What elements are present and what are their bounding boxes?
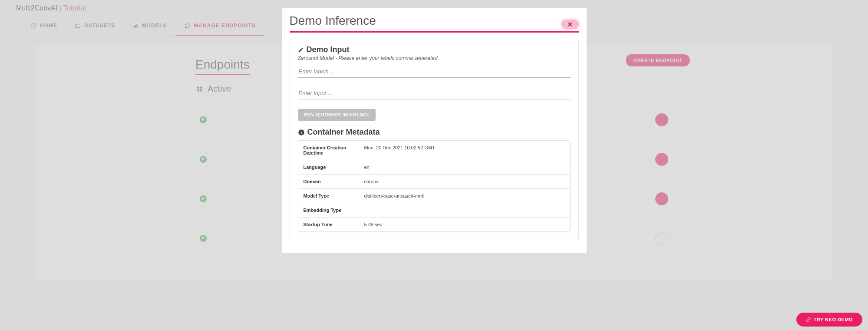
modal-title: Demo Inference [290,14,579,33]
table-row: Languageen [298,160,570,175]
labels-input[interactable] [298,66,571,78]
metadata-table: Container Creation DatetimeMon, 20 Dec 2… [298,140,571,232]
run-inference-button[interactable]: RUN ZEROSHOT INFERENCE [298,109,376,121]
svg-point-14 [301,130,302,131]
info-icon [298,129,305,136]
link-icon [806,317,811,322]
try-neo-demo-button[interactable]: TRY NEO DEMO [796,313,862,327]
modal-inner-card: Demo Input Zeroshot Model - Please enter… [290,39,579,240]
table-row: Embedding Type [298,203,570,218]
table-row: Model Typedistilbert-base-uncased-mnli [298,189,570,203]
modal-overlay: Demo Inference Demo Input Zeroshot Model… [0,0,868,330]
metadata-heading: Container Metadata [298,128,571,137]
input-input[interactable] [298,87,571,99]
table-row: Domaincorona [298,175,570,189]
demo-input-heading: Demo Input [298,45,571,54]
pencil-icon [298,47,304,53]
close-button[interactable] [561,20,579,29]
table-row: Startup Time5.49 sec [298,218,570,231]
hint-text: Zeroshot Model - Please enter your label… [298,55,571,61]
table-row: Container Creation DatetimeMon, 20 Dec 2… [298,141,570,160]
svg-rect-13 [301,132,301,134]
close-icon [568,22,572,26]
demo-inference-modal: Demo Inference Demo Input Zeroshot Model… [282,8,587,253]
